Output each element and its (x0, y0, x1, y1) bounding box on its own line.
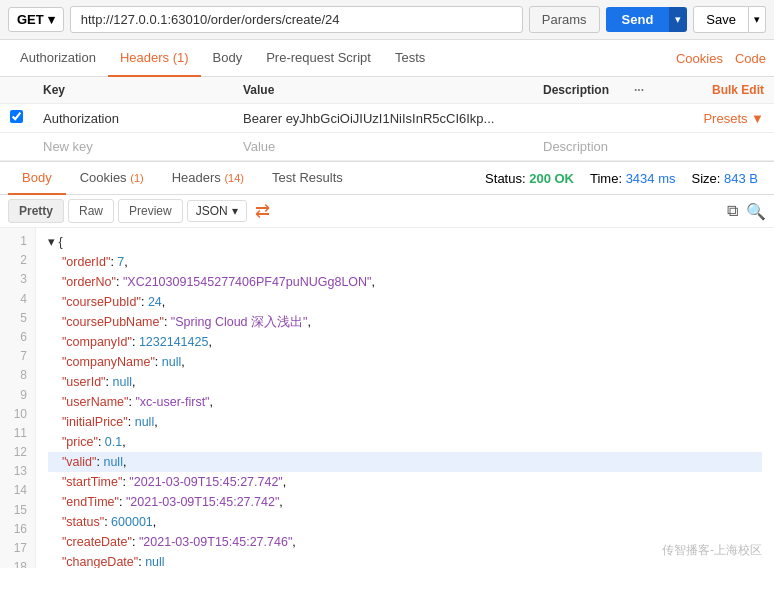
tab-body[interactable]: Body (201, 40, 255, 77)
new-key-input[interactable]: New key (33, 133, 233, 161)
view-preview[interactable]: Preview (118, 199, 183, 223)
presets-link[interactable]: Presets ▼ (703, 111, 764, 126)
send-button[interactable]: Send (606, 7, 670, 32)
size-value: 843 B (724, 171, 758, 186)
code-line-8: "userId": null, (48, 372, 762, 392)
header-check-1[interactable] (10, 110, 23, 123)
save-button[interactable]: Save (693, 6, 749, 33)
bulk-edit-link[interactable]: Bulk Edit (712, 83, 764, 97)
headers-table: Key Value Description ··· Bulk Edit Auth… (0, 77, 774, 161)
time-value: 3434 ms (626, 171, 676, 186)
code-line-9: "userName": "xc-user-first", (48, 392, 762, 412)
code-line-3: "orderNo": "XC2103091545277406PF47puNUGg… (48, 272, 762, 292)
format-select[interactable]: JSON ▾ (187, 200, 247, 222)
header-new-row: New key Value Description (0, 133, 774, 161)
code-line-12: "valid": null, (48, 452, 762, 472)
status-value: 200 OK (529, 171, 574, 186)
send-dropdown[interactable]: ▾ (669, 7, 687, 32)
save-dropdown[interactable]: ▾ (749, 6, 766, 33)
col-key: Key (33, 77, 233, 104)
code-line-10: "initialPrice": null, (48, 412, 762, 432)
code-line-6: "companyId": 1232141425, (48, 332, 762, 352)
response-status: Status: 200 OK Time: 3434 ms Size: 843 B (485, 171, 766, 186)
status-label: Status: 200 OK (485, 171, 574, 186)
search-icon[interactable]: 🔍 (746, 202, 766, 221)
col-dots: ··· (624, 77, 654, 104)
size-label: Size: 843 B (692, 171, 759, 186)
format-label: JSON (196, 204, 228, 218)
header-desc-1 (533, 104, 624, 133)
tab-prerequest[interactable]: Pre-request Script (254, 40, 383, 77)
code-line-15: "status": 600001, (48, 512, 762, 532)
right-icons: ⧉ 🔍 (727, 202, 766, 221)
wrap-icon[interactable]: ⇄ (255, 200, 270, 222)
params-button[interactable]: Params (529, 6, 600, 33)
code-line-7: "companyName": null, (48, 352, 762, 372)
resp-tab-headers[interactable]: Headers (14) (158, 162, 258, 195)
resp-tab-body[interactable]: Body (8, 162, 66, 195)
url-input[interactable] (70, 6, 523, 33)
top-bar: GET ▾ Params Send ▾ Save ▾ (0, 0, 774, 40)
headers-section: Key Value Description ··· Bulk Edit Auth… (0, 77, 774, 162)
code-line-17: "changeDate": null (48, 552, 762, 568)
time-label: Time: 3434 ms (590, 171, 676, 186)
new-value-input[interactable]: Value (233, 133, 533, 161)
watermark: 传智播客-上海校区 (662, 541, 762, 560)
code-link[interactable]: Code (735, 51, 766, 66)
code-line-16: "createDate": "2021-03-09T15:45:27.746", (48, 532, 762, 552)
tab-right-links: Cookies Code (676, 51, 766, 66)
method-label: GET (17, 12, 44, 27)
view-controls: Pretty Raw Preview JSON ▾ ⇄ ⧉ 🔍 (0, 195, 774, 228)
resp-tab-test-results[interactable]: Test Results (258, 162, 357, 195)
code-line-4: "coursePubId": 24, (48, 292, 762, 312)
resp-tab-cookies[interactable]: Cookies (1) (66, 162, 158, 195)
code-line-14: "endTime": "2021-03-09T15:45:27.742", (48, 492, 762, 512)
save-btn-group: Save ▾ (693, 6, 766, 33)
tab-authorization[interactable]: Authorization (8, 40, 108, 77)
code-content: ▾ { "orderId": 7, "orderNo": "XC21030915… (36, 228, 774, 568)
new-desc-input[interactable]: Description (533, 133, 624, 161)
code-line-5: "coursePubName": "Spring Cloud 深入浅出", (48, 312, 762, 332)
col-value: Value (233, 77, 533, 104)
cookies-link[interactable]: Cookies (676, 51, 723, 66)
header-row-1: Authorization Bearer eyJhbGciOiJIUzI1NiI… (0, 104, 774, 133)
header-value-1: Bearer eyJhbGciOiJIUzI1NiIsInR5cCI6Ikp..… (233, 104, 533, 133)
col-checkbox (0, 77, 33, 104)
method-chevron: ▾ (48, 12, 55, 27)
col-bulk-presets: Bulk Edit (654, 77, 774, 104)
view-pretty[interactable]: Pretty (8, 199, 64, 223)
copy-icon[interactable]: ⧉ (727, 202, 738, 220)
code-line-13: "startTime": "2021-03-09T15:45:27.742", (48, 472, 762, 492)
code-line-2: "orderId": 7, (48, 252, 762, 272)
method-select[interactable]: GET ▾ (8, 7, 64, 32)
code-line-11: "price": 0.1, (48, 432, 762, 452)
line-numbers: 1 2 3 4 5 6 7 8 9 10 11 12 13 14 15 16 1… (0, 228, 36, 568)
request-tabs-row: Authorization Headers (1) Body Pre-reque… (0, 40, 774, 77)
tab-tests[interactable]: Tests (383, 40, 437, 77)
format-chevron: ▾ (232, 204, 238, 218)
send-btn-group: Send ▾ (606, 7, 688, 32)
code-lines: 1 2 3 4 5 6 7 8 9 10 11 12 13 14 15 16 1… (0, 228, 774, 568)
header-checkbox-1[interactable] (0, 104, 33, 133)
tab-headers[interactable]: Headers (1) (108, 40, 201, 77)
col-description: Description (533, 77, 624, 104)
header-key-1: Authorization (33, 104, 233, 133)
view-raw[interactable]: Raw (68, 199, 114, 223)
response-tabs-row: Body Cookies (1) Headers (14) Test Resul… (0, 162, 774, 195)
code-line-1: ▾ { (48, 232, 762, 252)
code-area: 1 2 3 4 5 6 7 8 9 10 11 12 13 14 15 16 1… (0, 228, 774, 568)
